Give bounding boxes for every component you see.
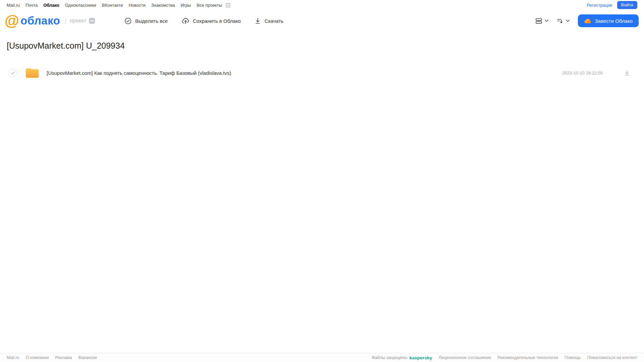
chevron-down-icon	[545, 19, 549, 22]
registration-link[interactable]: Регистрация	[587, 3, 612, 8]
footer-link-recommendation-tech[interactable]: Рекомендательные технологии	[497, 355, 558, 360]
file-row[interactable]: [UsupovMarket.com] Как поднять самоценно…	[7, 65, 637, 81]
cloud-upload-icon	[182, 17, 189, 24]
download-label: Скачать	[264, 18, 283, 24]
header: @ облако | проект vk Выделить все Сохран…	[0, 10, 644, 32]
view-mode-control[interactable]	[535, 18, 549, 24]
download-button[interactable]: Скачать	[255, 18, 283, 24]
file-date: 2023-10-10 19:22:00	[562, 70, 603, 75]
file-name[interactable]: [UsupovMarket.com] Как поднять самоценно…	[47, 70, 231, 76]
row-download-icon[interactable]	[624, 70, 630, 76]
footer-link-mailru[interactable]: Mail.ru	[7, 355, 19, 360]
footer-link-about[interactable]: О компании	[26, 355, 49, 360]
download-icon	[255, 18, 261, 24]
header-right-controls: Завести Облако	[535, 14, 639, 27]
chevron-down-icon	[566, 19, 570, 22]
project-label: проект	[70, 18, 87, 24]
kaspersky-logo[interactable]: kaspersky	[409, 355, 432, 360]
save-to-cloud-label: Сохранить в Облако	[193, 18, 241, 24]
save-to-cloud-button[interactable]: Сохранить в Облако	[182, 17, 241, 24]
select-all-button[interactable]: Выделить все	[125, 17, 168, 24]
topnav-link-novosti[interactable]: Новости	[129, 3, 145, 8]
select-all-label: Выделить все	[135, 18, 168, 24]
top-nav: Mail.ru Почта Облако Одноклассники ВКонт…	[0, 0, 644, 9]
create-cloud-label: Завести Облако	[595, 18, 633, 24]
sort-icon	[557, 18, 563, 24]
protected-label: Файлы защищены	[372, 355, 407, 360]
login-button[interactable]: Войти	[617, 1, 637, 9]
footer: Mail.ru О компании Реклама Вакансии Файл…	[0, 353, 644, 362]
cloud-icon	[584, 18, 592, 24]
footer-link-ads[interactable]: Реклама	[55, 355, 72, 360]
kaspersky-protected: Файлы защищены kaspersky	[372, 355, 432, 360]
topnav-link-pochta[interactable]: Почта	[26, 3, 38, 8]
topnav-link-znakomstva[interactable]: Знакомства	[151, 3, 175, 8]
footer-link-license[interactable]: Лицензионное соглашение	[439, 355, 491, 360]
topnav-link-all-projects[interactable]: Все проекты	[197, 3, 222, 8]
footer-link-report-content[interactable]: Пожаловаться на контент	[587, 355, 637, 360]
cloud-logo[interactable]: @ облако | проект vk	[5, 14, 95, 28]
topnav-link-odnoklassniki[interactable]: Одноклассники	[65, 3, 96, 8]
topnav-link-oblako[interactable]: Облако	[43, 3, 59, 8]
page-title: [UsupovMarket.com] U_209934	[7, 41, 637, 51]
row-checkbox[interactable]	[8, 68, 17, 77]
folder-icon	[25, 67, 39, 79]
view-mode-icon	[535, 18, 542, 24]
topnav-link-mailru[interactable]: Mail.ru	[7, 3, 20, 8]
footer-right: Файлы защищены kaspersky Лицензионное со…	[372, 355, 637, 360]
apps-grid-icon[interactable]	[226, 3, 230, 7]
logo-separator: |	[65, 17, 66, 24]
footer-link-jobs[interactable]: Вакансии	[79, 355, 97, 360]
mailru-at-icon: @	[5, 14, 19, 28]
toolbar: Выделить все Сохранить в Облако Скачать	[125, 17, 284, 24]
create-cloud-button[interactable]: Завести Облако	[578, 14, 639, 27]
vk-badge-icon: vk	[89, 18, 95, 24]
check-circle-icon	[125, 17, 132, 24]
topnav-link-vkontakte[interactable]: ВКонтакте	[102, 3, 123, 8]
sort-control[interactable]	[557, 18, 570, 24]
logo-text: облако	[20, 14, 60, 27]
main-content: [UsupovMarket.com] U_209934 [UsupovMarke…	[0, 41, 644, 81]
topnav-link-igry[interactable]: Игры	[181, 3, 191, 8]
footer-link-help[interactable]: Помощь	[564, 355, 581, 360]
